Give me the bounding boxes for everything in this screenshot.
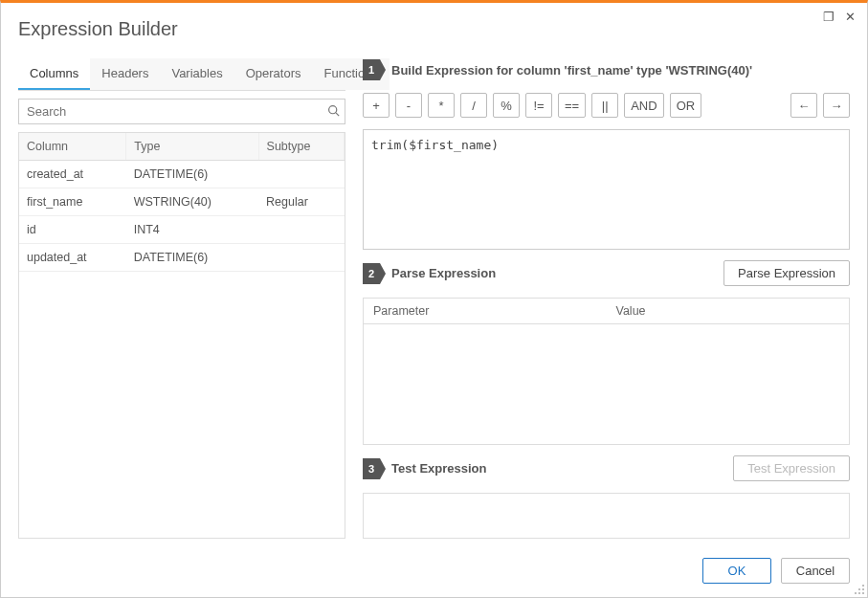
footer: OK Cancel [1,548,867,597]
step-badge-3: 3 [363,458,380,479]
cell-sub [258,161,344,188]
table-row[interactable]: created_at DATETIME(6) [19,161,345,188]
ok-button[interactable]: OK [702,558,771,584]
step-badge-1: 1 [363,59,380,80]
test-title: Test Expression [391,461,486,476]
tabs: Columns Headers Variables Operators Func… [18,58,345,91]
cell-sub [258,216,344,244]
op-div[interactable]: / [460,93,487,118]
cell-sub [258,244,344,272]
columns-table-wrap: Column Type Subtype created_at DATETIME(… [18,132,345,539]
param-header-parameter: Parameter [364,299,607,324]
maximize-icon[interactable]: ❐ [821,9,836,24]
op-minus[interactable]: - [395,93,422,118]
expression-builder-dialog: ❐ ✕ Expression Builder Columns Headers V… [0,0,868,598]
test-button[interactable]: Test Expression [733,455,850,481]
columns-table: Column Type Subtype created_at DATETIME(… [19,133,345,272]
op-plus[interactable]: + [363,93,389,118]
op-eq[interactable]: == [558,93,586,118]
build-title: Build Expression for column 'first_name'… [391,63,752,78]
table-row[interactable]: id INT4 [19,216,345,244]
tab-operators[interactable]: Operators [234,58,313,90]
param-header-value: Value [607,299,850,324]
left-pane: Columns Headers Variables Operators Func… [18,58,345,539]
redo-button[interactable]: → [823,93,850,118]
tab-columns[interactable]: Columns [18,58,90,90]
cell-col: id [19,216,126,244]
build-header: 1 Build Expression for column 'first_nam… [363,58,850,81]
cell-sub: Regular [258,188,344,216]
cell-type: DATETIME(6) [126,244,258,272]
close-icon[interactable]: ✕ [842,9,857,24]
op-or[interactable]: OR [670,93,702,118]
param-table: Parameter Value [364,299,849,324]
search-input[interactable] [18,99,345,124]
titlebar: Expression Builder [1,3,867,49]
parse-title: Parse Expression [391,266,496,280]
cell-type: DATETIME(6) [126,161,258,188]
undo-button[interactable]: ← [790,93,817,118]
op-mod[interactable]: % [493,93,520,118]
cell-type: WSTRING(40) [126,188,258,216]
op-and[interactable]: AND [624,93,663,118]
col-header-column[interactable]: Column [19,133,126,161]
op-neq[interactable]: != [525,93,552,118]
test-header: 3 Test Expression Test Expression [363,456,850,481]
op-mul[interactable]: * [428,93,455,118]
table-row[interactable]: updated_at DATETIME(6) [19,244,345,272]
test-output [363,493,850,539]
op-concat[interactable]: || [591,93,618,118]
cell-type: INT4 [126,216,258,244]
operator-row: + - * / % != == || AND OR ← → [363,93,850,118]
dialog-title: Expression Builder [18,18,178,40]
step-badge-2: 2 [363,263,380,284]
cancel-button[interactable]: Cancel [781,558,850,584]
expression-input[interactable] [363,129,850,250]
param-table-wrap: Parameter Value [363,298,850,445]
tab-variables[interactable]: Variables [160,58,234,90]
tab-headers[interactable]: Headers [90,58,160,90]
cell-col: updated_at [19,244,126,272]
right-pane: 1 Build Expression for column 'first_nam… [363,58,850,539]
cell-col: first_name [19,188,126,216]
col-header-subtype[interactable]: Subtype [258,133,344,161]
col-header-type[interactable]: Type [126,133,258,161]
table-row[interactable]: first_name WSTRING(40) Regular [19,188,345,216]
parse-header: 2 Parse Expression Parse Expression [363,261,850,286]
parse-button[interactable]: Parse Expression [723,260,850,286]
cell-col: created_at [19,161,126,188]
